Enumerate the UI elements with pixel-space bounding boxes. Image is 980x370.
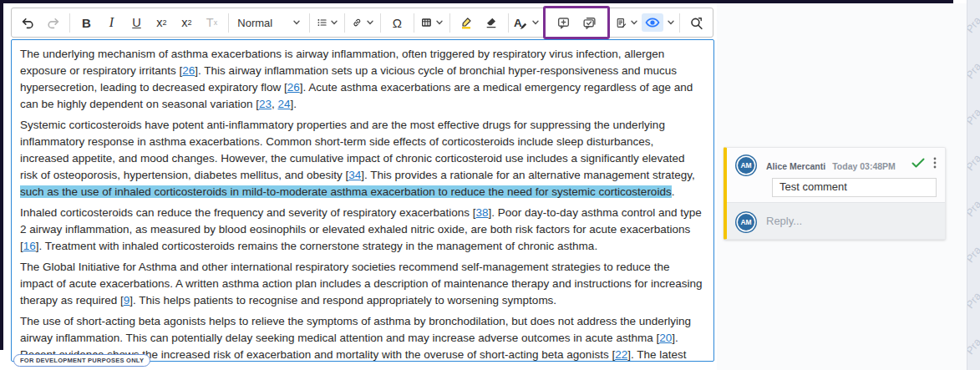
comment-timestamp: Today 03:48PM [832,161,896,171]
citation-link[interactable]: 22 [615,348,627,361]
avatar: AM [738,157,754,174]
citation-link[interactable]: 26 [182,64,195,77]
chevron-down-icon [436,20,443,25]
watermark-text: Pra [967,336,980,357]
paragraph: Inhaled corticosteroids can reduce the f… [20,205,704,255]
watermark-text: Pra [967,244,980,265]
toolbar-separator [309,13,310,33]
pen-icon [520,23,527,30]
chevron-down-icon [293,20,300,25]
toolbar-separator [449,13,450,33]
comment-author: Alice Mercanti [766,161,825,171]
comment-body-input[interactable]: Test comment [772,178,937,197]
window-left-edge [0,0,3,350]
preview-active-background [642,13,663,32]
watermark-text: Pra [967,198,980,219]
text-run: ]. This helps patients to recognise and … [129,294,556,307]
superscript-button[interactable]: x2 [150,11,174,34]
remove-highlight-button[interactable] [480,11,504,34]
eye-icon [645,16,660,29]
comment-main: AM Alice MercantiToday 03:48PM Test comm… [727,148,945,202]
text-run: The use of short-acting beta agonists he… [20,315,691,344]
paragraph-style-dropdown[interactable]: Normal [233,11,305,34]
text-run: . [672,185,675,198]
citation-link[interactable]: 24 [278,98,291,110]
editor-toolbar: B I U x2 x2 Tx Normal Ω [11,8,713,38]
comment-header: AM Alice MercantiToday 03:48PM [735,155,937,174]
add-comment-button[interactable] [551,11,576,34]
chevron-down-icon [367,20,373,25]
comment-identity: Alice MercantiToday 03:48PM [766,155,896,173]
watermark-text: Pra [967,152,980,173]
insert-table-dropdown[interactable] [419,11,445,34]
watermark-text: Pra [967,106,980,127]
citation-link[interactable]: 16 [23,240,36,252]
editor-app-window: PraPraPraPraPraPraPraPra B I U x2 x2 Tx … [0,0,980,370]
citation-link[interactable]: 38 [476,206,489,219]
italic-button[interactable]: I [99,11,124,34]
toolbar-separator [69,13,70,33]
bulleted-list-icon [317,16,328,29]
font-styles-dropdown[interactable]: A [513,11,540,34]
reply-placeholder: Reply... [766,215,802,227]
citation-link[interactable]: 26 [287,81,300,94]
citation-link[interactable]: 34 [348,169,361,181]
text-run: ]. This provides a rationale for an alte… [361,169,694,181]
paragraph: Systemic corticosteroids have potent ant… [20,117,704,200]
toolbar-separator [508,13,509,33]
bulleted-list-dropdown[interactable] [314,11,341,34]
highlight-button[interactable] [454,11,479,34]
track-changes-dropdown[interactable] [613,11,641,34]
toolbar-separator [228,13,229,33]
watermark-text: Pra [967,290,980,311]
chevron-down-icon [668,20,674,25]
watermark-text: Pra [967,60,980,81]
resolve-comment-button[interactable] [911,158,925,168]
comment-thread-card: AM Alice MercantiToday 03:48PM Test comm… [724,147,946,240]
preview-mode-dropdown[interactable] [641,11,675,34]
undo-icon [21,16,35,30]
annotation-highlight-box [543,6,610,39]
find-replace-icon [689,16,703,30]
find-replace-button[interactable] [684,11,708,34]
text-run: ]. Treatment with inhaled corticosteroid… [36,240,597,252]
remove-format-button[interactable]: Tx [200,11,224,34]
bold-button[interactable]: B [74,11,99,34]
text-run: ]. [291,98,297,110]
comment-reply-row[interactable]: AM Reply... [727,202,945,239]
add-comment-icon [556,16,571,30]
dev-license-badge: FOR DEVELOPMENT PURPOSES ONLY [13,354,150,367]
chevron-down-icon [532,20,539,25]
text-run: Inhaled corticosteroids can reduce the f… [20,206,476,219]
citation-link[interactable]: 20 [659,332,672,344]
paragraph: The underlying mechanism of asthma exace… [20,46,704,113]
watermark-text: Pra [967,14,980,35]
subscript-button[interactable]: x2 [175,11,199,34]
toolbar-separator [344,13,345,33]
special-characters-button[interactable]: Ω [385,11,409,34]
toolbar-separator [679,13,680,33]
comment-options-button[interactable] [933,157,937,169]
text-run: , [272,98,278,110]
comments-archive-button[interactable] [577,11,602,34]
track-changes-icon [616,16,627,30]
window-top-edge [0,0,953,3]
toolbar-separator [380,13,381,33]
undo-button[interactable] [16,11,40,34]
underline-button[interactable]: U [124,11,149,34]
editor-content[interactable]: The underlying mechanism of asthma exace… [11,39,714,362]
paragraph: The Global Initiative for Asthma and oth… [20,259,704,309]
kebab-menu-icon [933,157,937,169]
comment-actions [911,155,937,169]
avatar: AM [738,214,754,231]
link-dropdown[interactable] [349,11,376,34]
redo-button[interactable] [41,11,65,34]
toolbar-separator [414,13,414,33]
chevron-down-icon [331,20,338,25]
check-icon [911,158,925,168]
eraser-icon [485,16,498,29]
comment-highlight[interactable]: such as the use of inhaled corticosteroi… [20,185,672,198]
redo-icon [46,16,60,30]
highlight-marker-icon [460,16,473,29]
citation-link[interactable]: 23 [259,98,272,110]
